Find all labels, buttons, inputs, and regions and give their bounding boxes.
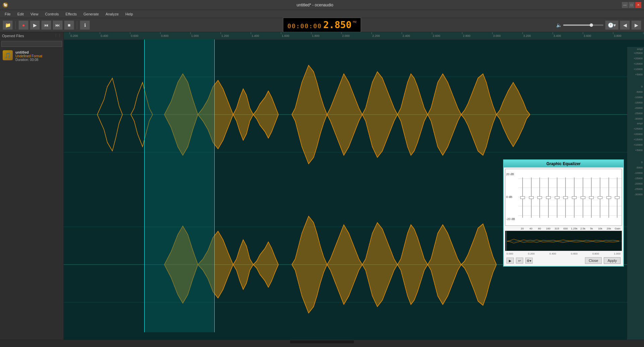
menu-item-effects[interactable]: Effects <box>62 11 80 17</box>
file-info: untitled Undefined Format Duration: 00:0… <box>15 50 42 62</box>
eq-slider-track-2500[interactable] <box>583 178 583 218</box>
eq-play-button[interactable]: ▶ <box>506 258 514 264</box>
eq-col-gain[interactable] <box>613 169 622 226</box>
search-box[interactable] <box>0 40 63 48</box>
fwd-nav-button[interactable]: ▶ <box>631 20 641 30</box>
eq-slider-knob-gain[interactable] <box>615 196 620 199</box>
app-icon: 🐚 <box>3 2 8 8</box>
eq-slider-track-20k[interactable] <box>608 178 609 218</box>
close-button[interactable]: ✕ <box>635 2 641 8</box>
clock-button[interactable]: 🕐▾ <box>605 20 619 30</box>
amp-zero-2: 0 <box>641 161 643 164</box>
eq-freq-160: 160 <box>544 227 552 230</box>
eq-slider-knob-2500[interactable] <box>581 196 585 199</box>
eq-col-20k[interactable] <box>604 169 613 226</box>
eq-slider-track-1250[interactable] <box>574 178 575 218</box>
next-button[interactable]: ⏭ <box>53 20 63 30</box>
svg-text:0.200: 0.200 <box>70 34 78 38</box>
file-duration: Duration: 00:08 <box>15 58 42 62</box>
eq-body: 20 dB 0 dB -20 dB <box>504 167 623 266</box>
eq-col-315[interactable] <box>553 169 561 226</box>
eq-db-top: 20 dB <box>506 172 514 176</box>
menu-item-controls[interactable]: Controls <box>42 11 62 17</box>
eq-slider-knob-20k[interactable] <box>606 196 611 199</box>
eq-col-10k[interactable] <box>596 169 604 226</box>
stop-button[interactable]: ■ <box>64 20 74 30</box>
eq-col-1250[interactable] <box>570 169 579 226</box>
eq-freq-labels: 20 40 80 160 315 630 1.25k 2.5k 5k 10k 2… <box>505 227 622 230</box>
eq-slider-knob-630[interactable] <box>563 196 568 199</box>
svg-text:1.600: 1.600 <box>282 34 289 38</box>
svg-text:0.800: 0.800 <box>161 34 169 38</box>
eq-time-1000: 1.000 <box>614 252 621 255</box>
eq-close-button[interactable]: Close <box>585 257 602 264</box>
eq-slider-knob-160[interactable] <box>546 196 551 199</box>
eq-slider-knob-20[interactable] <box>520 196 525 199</box>
eq-freq-630: 630 <box>561 227 570 230</box>
file-name: untitled <box>15 50 42 54</box>
menu-item-edit[interactable]: Edit <box>14 11 27 17</box>
eq-db-mid: 0 dB <box>506 195 513 199</box>
file-item[interactable]: 🎵 untitled Undefined Format Duration: 00… <box>0 48 63 64</box>
eq-col-5k[interactable] <box>587 169 596 226</box>
eq-slider-knob-1250[interactable] <box>572 196 577 199</box>
minimize-button[interactable]: — <box>622 2 628 8</box>
eq-col-630[interactable] <box>561 169 570 226</box>
menu-item-help[interactable]: Help <box>122 11 137 17</box>
eq-slider-track-10k[interactable] <box>600 178 600 218</box>
amp-smpl-mid: smpl <box>637 122 643 125</box>
eq-slider-track-160[interactable] <box>548 178 549 218</box>
eq-dialog: Graphic Equalizer 20 dB 0 dB -20 dB <box>503 159 624 267</box>
eq-loop-button[interactable]: ↩ <box>516 258 523 264</box>
eq-slider-track-gain[interactable] <box>617 178 618 218</box>
maximize-button[interactable]: □ <box>629 2 635 8</box>
record-button[interactable]: ● <box>18 20 29 30</box>
eq-slider-track-5k[interactable] <box>591 178 592 218</box>
eq-slider-knob-40[interactable] <box>529 196 534 199</box>
volume-knob[interactable] <box>590 23 593 27</box>
eq-col-40[interactable] <box>527 169 536 226</box>
svg-text:2.800: 2.800 <box>463 34 471 38</box>
main-content: Opened Files ⋮⋮ 🎵 untitled Undefined For… <box>0 32 644 340</box>
eq-apply-button[interactable]: Apply <box>604 257 621 264</box>
eq-slider-track-630[interactable] <box>565 178 566 218</box>
eq-settings-button[interactable]: ⚙▾ <box>525 258 533 264</box>
amp-25000-neg-2: -25000 <box>634 188 643 191</box>
eq-slider-track-80[interactable] <box>539 178 540 218</box>
new-button[interactable]: 📁 <box>3 20 13 30</box>
eq-slider-knob-315[interactable] <box>555 196 559 199</box>
play-button[interactable]: ▶ <box>30 20 40 30</box>
svg-text:3.000: 3.000 <box>493 34 501 38</box>
toolbar: 📁 ● ▶ ⏮ ⏭ ■ ℹ 00:00:00 2.850 Hz 🔈 🔊 🕐▾ ◀… <box>0 18 644 32</box>
prev-button[interactable]: ⏮ <box>41 20 51 30</box>
eq-db-bot: -20 dB <box>506 217 515 221</box>
eq-col-20[interactable] <box>518 169 527 226</box>
eq-title: Graphic Equalizer <box>546 161 581 166</box>
menu-item-view[interactable]: View <box>27 11 42 17</box>
volume-slider[interactable] <box>563 24 603 26</box>
menu-item-file[interactable]: File <box>1 11 14 17</box>
amp-30000-neg-2: -30000 <box>634 193 643 196</box>
eq-col-160[interactable] <box>544 169 553 226</box>
eq-slider-track-40[interactable] <box>531 178 532 218</box>
info-button[interactable]: ℹ <box>80 20 90 30</box>
svg-text:2.200: 2.200 <box>372 34 380 38</box>
eq-slider-knob-80[interactable] <box>537 196 542 199</box>
svg-text:2.400: 2.400 <box>402 34 410 38</box>
menu-item-analyze[interactable]: Analyze <box>102 11 122 17</box>
menu-item-generate[interactable]: Generate <box>80 11 102 17</box>
back-nav-button[interactable]: ◀ <box>620 20 630 30</box>
amp-25000-pos: +25000 <box>634 52 643 55</box>
eq-freq-20: 20 <box>518 227 527 230</box>
eq-slider-track-20[interactable] <box>522 178 523 218</box>
eq-slider-knob-5k[interactable] <box>589 196 594 199</box>
search-input[interactable] <box>1 41 62 47</box>
eq-slider-track-315[interactable] <box>557 178 557 218</box>
amp-20000-neg-2: -20000 <box>634 182 643 185</box>
volume-low-icon: 🔈 <box>556 22 562 28</box>
eq-col-80[interactable] <box>535 169 544 226</box>
eq-freq-20k: 20k <box>604 227 613 230</box>
amp-5000-pos-2: +5000 <box>635 149 643 152</box>
eq-slider-knob-10k[interactable] <box>598 196 602 199</box>
eq-col-2500[interactable] <box>579 169 587 226</box>
